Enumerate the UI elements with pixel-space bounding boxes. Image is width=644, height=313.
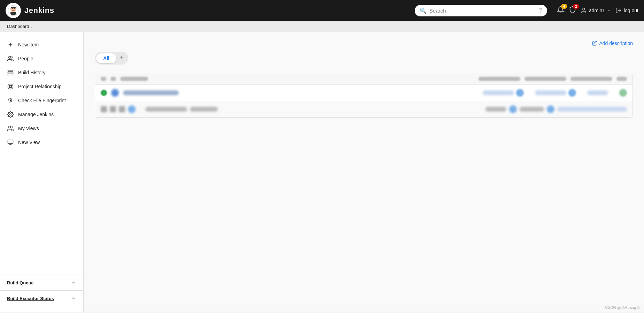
logo-link[interactable]: Jenkins: [6, 3, 54, 18]
jobs-table: [95, 73, 633, 118]
sidebar-item-manage-jenkins-label: Manage Jenkins: [18, 112, 54, 117]
username-label: admin1: [589, 8, 605, 13]
row2-icon1: [509, 105, 517, 113]
view-tabs: All +: [95, 52, 128, 65]
sidebar-item-my-views-label: My Views: [18, 126, 39, 131]
breadcrumb-dashboard[interactable]: Dashboard: [7, 24, 29, 29]
svg-point-11: [9, 56, 11, 58]
sidebar-item-check-fingerprint-label: Check File Fingerprint: [18, 98, 66, 103]
gear-icon: [7, 111, 14, 118]
watermark-text: CSDN @花Huang花: [605, 305, 640, 310]
row2-avatar: [128, 105, 136, 113]
row2-col3: [119, 106, 125, 112]
logout-button[interactable]: log out: [615, 7, 638, 14]
svg-rect-14: [8, 74, 13, 75]
tab-all-label: All: [103, 55, 109, 61]
failure-icon-cell: [568, 89, 576, 97]
header-col-status: [101, 77, 106, 81]
duration-cell: [587, 90, 608, 95]
breadcrumb-chevron: ›: [31, 24, 33, 29]
header: Jenkins 🔍 ? 4 2 admin1: [0, 0, 644, 21]
chevron-up-icon: [71, 280, 76, 285]
sidebar-nav: New Item People: [0, 38, 83, 275]
svg-point-22: [10, 114, 12, 115]
breadcrumb: Dashboard ›: [0, 21, 644, 32]
sidebar-item-build-history[interactable]: Build History: [0, 66, 83, 80]
table-row[interactable]: [95, 101, 632, 117]
svg-line-21: [9, 87, 10, 88]
svg-point-7: [583, 8, 585, 10]
plus-tab-icon: +: [120, 54, 124, 61]
build-history-icon: [7, 69, 14, 76]
my-views-icon: [7, 125, 14, 132]
action-cell: [619, 89, 627, 97]
sidebar-item-my-views[interactable]: My Views: [0, 121, 83, 135]
svg-rect-13: [8, 72, 13, 73]
row2-val1: [190, 107, 218, 112]
svg-point-23: [9, 126, 11, 128]
search-help-button[interactable]: ?: [539, 7, 542, 14]
header-col-action: [616, 77, 627, 81]
tab-all[interactable]: All: [96, 53, 116, 63]
content-header: Add description: [95, 40, 633, 46]
svg-line-17: [9, 85, 10, 86]
sidebar-item-people-label: People: [18, 56, 33, 61]
svg-rect-6: [11, 7, 16, 8]
header-col-weather: [110, 77, 116, 81]
notifications-button[interactable]: 4: [557, 6, 565, 15]
svg-rect-12: [8, 70, 13, 71]
add-description-button[interactable]: Add description: [592, 40, 633, 46]
table-header-row: [95, 73, 632, 85]
security-count-badge: 2: [573, 4, 579, 9]
sidebar-item-new-view-label: New View: [18, 140, 40, 145]
build-queue-section[interactable]: Build Queue: [0, 275, 83, 290]
security-button[interactable]: 2: [569, 6, 576, 15]
main-content: Add description All +: [84, 32, 644, 312]
watermark: CSDN @花Huang花: [605, 305, 640, 310]
tab-add-button[interactable]: +: [116, 53, 127, 63]
sidebar-item-manage-jenkins[interactable]: Manage Jenkins: [0, 107, 83, 121]
header-col-name: [120, 77, 148, 81]
build-queue-header[interactable]: Build Queue: [0, 275, 83, 290]
row2-val3: [520, 107, 544, 112]
build-queue-label: Build Queue: [7, 280, 34, 285]
search-icon: 🔍: [420, 7, 427, 14]
pencil-icon: [592, 41, 597, 46]
sidebar-item-check-fingerprint[interactable]: Check File Fingerprint: [0, 94, 83, 107]
svg-line-20: [11, 85, 12, 86]
last-success-cell: [483, 90, 514, 95]
search-input[interactable]: [429, 8, 535, 14]
fingerprint-icon: [7, 97, 14, 104]
search-bar[interactable]: 🔍 ?: [415, 5, 547, 16]
sidebar-item-project-relationship[interactable]: Project Relationship: [0, 80, 83, 94]
sidebar-item-new-item[interactable]: New Item: [0, 38, 83, 52]
plus-icon: [7, 41, 14, 48]
sidebar-item-project-relationship-label: Project Relationship: [18, 84, 62, 89]
sidebar-item-people[interactable]: People: [0, 52, 83, 66]
weather-icon-cell: [111, 89, 119, 97]
svg-rect-2: [10, 12, 16, 15]
job-name-cell: [123, 90, 179, 95]
notification-count-badge: 4: [561, 4, 567, 9]
header-col-last-failure: [524, 77, 566, 81]
sidebar-item-new-item-label: New Item: [18, 42, 39, 47]
row2-val2: [485, 107, 506, 112]
svg-rect-24: [8, 140, 13, 144]
row2-col2: [110, 106, 116, 112]
header-col-last-duration: [570, 77, 612, 81]
chevron-down-icon: [71, 296, 76, 301]
status-indicator: [101, 90, 107, 96]
table-row[interactable]: [95, 85, 632, 101]
build-executor-section[interactable]: Build Executor Status: [0, 290, 83, 306]
people-icon: [7, 55, 14, 62]
header-col-last-success: [478, 77, 520, 81]
question-icon: ?: [539, 7, 542, 14]
row2-icon2: [547, 105, 554, 113]
last-failure-cell: [535, 90, 566, 95]
project-relationship-icon: [7, 83, 14, 90]
sidebar-item-new-view[interactable]: New View: [0, 135, 83, 149]
build-executor-header[interactable]: Build Executor Status: [0, 291, 83, 306]
user-menu[interactable]: admin1: [581, 7, 611, 14]
sidebar-item-build-history-label: Build History: [18, 70, 46, 75]
row2-val4: [557, 107, 627, 112]
